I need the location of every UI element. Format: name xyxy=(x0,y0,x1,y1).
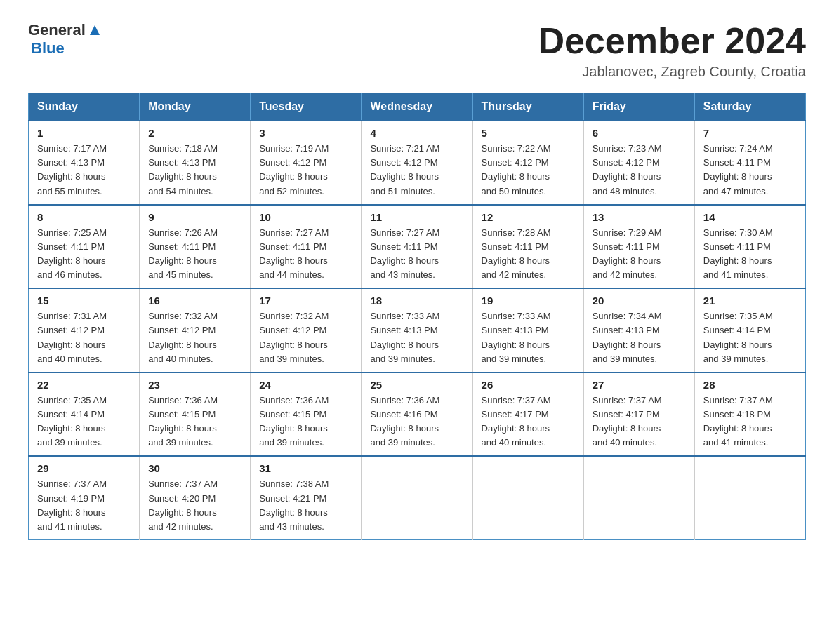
day-number: 11 xyxy=(370,211,463,223)
day-number: 30 xyxy=(148,462,241,474)
calendar-cell xyxy=(583,456,694,539)
calendar-cell: 7 Sunrise: 7:24 AMSunset: 4:11 PMDayligh… xyxy=(694,121,805,205)
day-info: Sunrise: 7:34 AMSunset: 4:13 PMDaylight:… xyxy=(593,309,686,366)
day-number: 16 xyxy=(148,295,241,307)
calendar-cell: 19 Sunrise: 7:33 AMSunset: 4:13 PMDaylig… xyxy=(472,288,583,373)
day-number: 13 xyxy=(593,211,686,223)
logo: General Blue xyxy=(28,21,102,58)
day-info: Sunrise: 7:38 AMSunset: 4:21 PMDaylight:… xyxy=(259,477,352,534)
calendar-cell: 11 Sunrise: 7:27 AMSunset: 4:11 PMDaylig… xyxy=(362,205,472,289)
day-info: Sunrise: 7:24 AMSunset: 4:11 PMDaylight:… xyxy=(703,142,797,199)
calendar-header-row: SundayMondayTuesdayWednesdayThursdayFrid… xyxy=(29,93,806,121)
calendar-cell: 30 Sunrise: 7:37 AMSunset: 4:20 PMDaylig… xyxy=(140,456,251,539)
calendar-week-row: 1 Sunrise: 7:17 AMSunset: 4:13 PMDayligh… xyxy=(29,121,806,205)
calendar-cell: 10 Sunrise: 7:27 AMSunset: 4:11 PMDaylig… xyxy=(251,205,362,289)
day-number: 3 xyxy=(259,127,352,139)
calendar-cell: 9 Sunrise: 7:26 AMSunset: 4:11 PMDayligh… xyxy=(140,205,251,289)
calendar-week-row: 15 Sunrise: 7:31 AMSunset: 4:12 PMDaylig… xyxy=(29,288,806,373)
column-header-monday: Monday xyxy=(140,93,251,121)
day-number: 4 xyxy=(370,127,463,139)
calendar-cell: 18 Sunrise: 7:33 AMSunset: 4:13 PMDaylig… xyxy=(362,288,472,373)
day-number: 10 xyxy=(259,211,352,223)
calendar-cell: 23 Sunrise: 7:36 AMSunset: 4:15 PMDaylig… xyxy=(140,373,251,457)
day-info: Sunrise: 7:37 AMSunset: 4:17 PMDaylight:… xyxy=(593,394,686,450)
logo-triangle-icon xyxy=(87,22,102,38)
calendar-cell: 16 Sunrise: 7:32 AMSunset: 4:12 PMDaylig… xyxy=(140,288,251,373)
day-number: 17 xyxy=(259,295,352,307)
day-number: 15 xyxy=(37,295,131,307)
day-info: Sunrise: 7:33 AMSunset: 4:13 PMDaylight:… xyxy=(370,309,463,366)
day-number: 20 xyxy=(593,295,686,307)
day-number: 26 xyxy=(482,379,575,391)
calendar-cell: 12 Sunrise: 7:28 AMSunset: 4:11 PMDaylig… xyxy=(472,205,583,289)
day-number: 8 xyxy=(37,211,131,223)
day-info: Sunrise: 7:36 AMSunset: 4:16 PMDaylight:… xyxy=(370,394,463,450)
calendar-week-row: 29 Sunrise: 7:37 AMSunset: 4:19 PMDaylig… xyxy=(29,456,806,539)
svg-marker-0 xyxy=(90,25,100,35)
calendar-cell: 13 Sunrise: 7:29 AMSunset: 4:11 PMDaylig… xyxy=(583,205,694,289)
day-info: Sunrise: 7:36 AMSunset: 4:15 PMDaylight:… xyxy=(259,394,352,450)
calendar-cell: 24 Sunrise: 7:36 AMSunset: 4:15 PMDaylig… xyxy=(251,373,362,457)
day-info: Sunrise: 7:22 AMSunset: 4:12 PMDaylight:… xyxy=(482,142,575,199)
calendar-cell: 17 Sunrise: 7:32 AMSunset: 4:12 PMDaylig… xyxy=(251,288,362,373)
calendar-week-row: 8 Sunrise: 7:25 AMSunset: 4:11 PMDayligh… xyxy=(29,205,806,289)
day-info: Sunrise: 7:36 AMSunset: 4:15 PMDaylight:… xyxy=(148,394,241,450)
day-info: Sunrise: 7:29 AMSunset: 4:11 PMDaylight:… xyxy=(593,226,686,283)
calendar-cell: 1 Sunrise: 7:17 AMSunset: 4:13 PMDayligh… xyxy=(29,121,140,205)
day-info: Sunrise: 7:27 AMSunset: 4:11 PMDaylight:… xyxy=(370,226,463,283)
calendar-cell: 14 Sunrise: 7:30 AMSunset: 4:11 PMDaylig… xyxy=(694,205,805,289)
day-info: Sunrise: 7:37 AMSunset: 4:18 PMDaylight:… xyxy=(703,394,797,450)
calendar-table: SundayMondayTuesdayWednesdayThursdayFrid… xyxy=(28,93,806,540)
day-info: Sunrise: 7:19 AMSunset: 4:12 PMDaylight:… xyxy=(259,142,352,199)
day-info: Sunrise: 7:30 AMSunset: 4:11 PMDaylight:… xyxy=(703,226,797,283)
calendar-cell: 6 Sunrise: 7:23 AMSunset: 4:12 PMDayligh… xyxy=(583,121,694,205)
day-number: 12 xyxy=(482,211,575,223)
column-header-saturday: Saturday xyxy=(694,93,805,121)
day-info: Sunrise: 7:35 AMSunset: 4:14 PMDaylight:… xyxy=(703,309,797,366)
day-number: 25 xyxy=(370,379,463,391)
day-info: Sunrise: 7:26 AMSunset: 4:11 PMDaylight:… xyxy=(148,226,241,283)
calendar-cell: 22 Sunrise: 7:35 AMSunset: 4:14 PMDaylig… xyxy=(29,373,140,457)
calendar-cell: 8 Sunrise: 7:25 AMSunset: 4:11 PMDayligh… xyxy=(29,205,140,289)
page-header: General Blue December 2024 Jablanovec, Z… xyxy=(28,21,806,80)
day-info: Sunrise: 7:32 AMSunset: 4:12 PMDaylight:… xyxy=(259,309,352,366)
day-number: 23 xyxy=(148,379,241,391)
calendar-cell: 27 Sunrise: 7:37 AMSunset: 4:17 PMDaylig… xyxy=(583,373,694,457)
column-header-tuesday: Tuesday xyxy=(251,93,362,121)
logo-blue-text: Blue xyxy=(31,39,65,57)
day-number: 31 xyxy=(259,462,352,474)
day-info: Sunrise: 7:28 AMSunset: 4:11 PMDaylight:… xyxy=(482,226,575,283)
location: Jablanovec, Zagreb County, Croatia xyxy=(538,64,806,80)
day-number: 5 xyxy=(482,127,575,139)
day-number: 7 xyxy=(703,127,797,139)
day-number: 2 xyxy=(148,127,241,139)
day-number: 19 xyxy=(482,295,575,307)
day-number: 18 xyxy=(370,295,463,307)
logo-general-text: General xyxy=(28,21,86,39)
column-header-sunday: Sunday xyxy=(29,93,140,121)
day-info: Sunrise: 7:18 AMSunset: 4:13 PMDaylight:… xyxy=(148,142,241,199)
calendar-cell: 26 Sunrise: 7:37 AMSunset: 4:17 PMDaylig… xyxy=(472,373,583,457)
day-info: Sunrise: 7:32 AMSunset: 4:12 PMDaylight:… xyxy=(148,309,241,366)
calendar-cell: 15 Sunrise: 7:31 AMSunset: 4:12 PMDaylig… xyxy=(29,288,140,373)
calendar-cell: 28 Sunrise: 7:37 AMSunset: 4:18 PMDaylig… xyxy=(694,373,805,457)
calendar-cell: 2 Sunrise: 7:18 AMSunset: 4:13 PMDayligh… xyxy=(140,121,251,205)
month-title: December 2024 xyxy=(538,21,806,61)
calendar-week-row: 22 Sunrise: 7:35 AMSunset: 4:14 PMDaylig… xyxy=(29,373,806,457)
calendar-cell: 21 Sunrise: 7:35 AMSunset: 4:14 PMDaylig… xyxy=(694,288,805,373)
column-header-thursday: Thursday xyxy=(472,93,583,121)
day-info: Sunrise: 7:35 AMSunset: 4:14 PMDaylight:… xyxy=(37,394,131,450)
day-info: Sunrise: 7:37 AMSunset: 4:20 PMDaylight:… xyxy=(148,477,241,534)
day-info: Sunrise: 7:37 AMSunset: 4:17 PMDaylight:… xyxy=(482,394,575,450)
day-info: Sunrise: 7:23 AMSunset: 4:12 PMDaylight:… xyxy=(593,142,686,199)
day-info: Sunrise: 7:27 AMSunset: 4:11 PMDaylight:… xyxy=(259,226,352,283)
calendar-cell: 3 Sunrise: 7:19 AMSunset: 4:12 PMDayligh… xyxy=(251,121,362,205)
column-header-friday: Friday xyxy=(583,93,694,121)
calendar-cell: 25 Sunrise: 7:36 AMSunset: 4:16 PMDaylig… xyxy=(362,373,472,457)
calendar-cell xyxy=(472,456,583,539)
day-number: 6 xyxy=(593,127,686,139)
day-info: Sunrise: 7:21 AMSunset: 4:12 PMDaylight:… xyxy=(370,142,463,199)
day-info: Sunrise: 7:37 AMSunset: 4:19 PMDaylight:… xyxy=(37,477,131,534)
day-number: 27 xyxy=(593,379,686,391)
title-area: December 2024 Jablanovec, Zagreb County,… xyxy=(538,21,806,80)
